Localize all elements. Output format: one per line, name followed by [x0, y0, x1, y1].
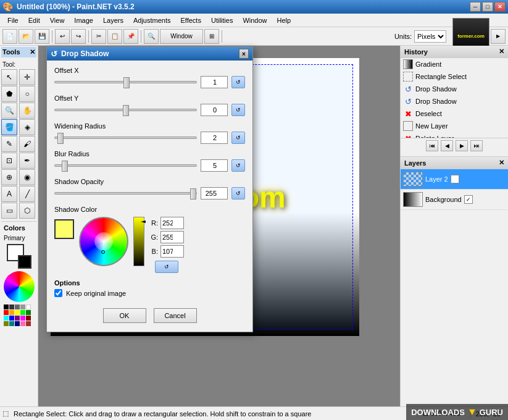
swatch-navy[interactable]	[15, 321, 20, 326]
r-input[interactable]	[160, 217, 184, 229]
swatch-maroon[interactable]	[26, 316, 31, 321]
swatch-blue[interactable]	[9, 316, 14, 321]
color-wheel[interactable]	[79, 217, 128, 266]
keep-original-checkbox[interactable]	[54, 289, 62, 297]
history-first[interactable]: ⏮	[426, 140, 438, 151]
history-item-delete-layer[interactable]: ✖ Delete Layer	[401, 132, 508, 138]
color-preview-box[interactable]	[54, 219, 74, 239]
history-next[interactable]: ▶	[456, 140, 468, 151]
swatch-teal[interactable]	[9, 321, 14, 326]
menu-layers[interactable]: Layers	[98, 15, 128, 25]
tool-recolor[interactable]: ◉	[19, 169, 35, 185]
menu-utilities[interactable]: Utilities	[206, 15, 238, 25]
toolbar-undo[interactable]: ↩	[55, 29, 70, 44]
tool-select-rectangle[interactable]: ↖	[1, 69, 17, 85]
history-item-gradient[interactable]: Gradient	[401, 58, 508, 70]
tool-shapes[interactable]: ▭	[1, 203, 17, 219]
swatch-green[interactable]	[26, 310, 31, 315]
swatch-red[interactable]	[4, 310, 9, 315]
swatch-brown[interactable]	[26, 321, 31, 326]
toolbar-scroll-right[interactable]: ▶	[491, 29, 506, 44]
layer-visible-bg[interactable]: ✓	[464, 195, 473, 204]
menu-edit[interactable]: Edit	[23, 15, 45, 25]
toolbar-paste[interactable]: 📌	[123, 29, 138, 44]
offset-y-slider[interactable]	[54, 104, 197, 116]
menu-effects[interactable]: Effects	[176, 15, 206, 25]
toolbar-save[interactable]: 💾	[35, 29, 49, 44]
tool-text[interactable]: A	[1, 186, 17, 202]
opacity-reset[interactable]: ↺	[231, 187, 245, 200]
units-select[interactable]: Pixels	[414, 30, 446, 43]
tool-ellipse-select[interactable]: ○	[19, 86, 35, 102]
layer-item-2[interactable]: Layer 2 ✓	[401, 169, 508, 190]
tool-clone[interactable]: ⊕	[1, 169, 17, 185]
history-close[interactable]: ✕	[499, 48, 504, 56]
tool-eraser[interactable]: ⊡	[1, 153, 17, 169]
offset-x-slider[interactable]	[54, 77, 197, 88]
toolbar-cut[interactable]: ✂	[91, 29, 106, 44]
swatch-pink[interactable]	[20, 321, 25, 326]
layer-item-bg[interactable]: Background ✓	[401, 190, 508, 210]
menu-window[interactable]: Window	[238, 15, 272, 25]
swatch-purple[interactable]	[15, 316, 20, 321]
tool-gradient[interactable]: ◈	[19, 119, 35, 135]
toolbox-close[interactable]: ✕	[30, 48, 35, 56]
cancel-button[interactable]: Cancel	[154, 308, 197, 323]
offset-x-reset[interactable]: ↺	[231, 76, 245, 88]
blur-input[interactable]	[201, 159, 228, 172]
tool-color-picker[interactable]: ✒	[19, 153, 35, 169]
tool-lasso[interactable]: ⬟	[1, 86, 17, 102]
layer-visible-2[interactable]: ✓	[451, 175, 459, 183]
toolbar-window-dropdown[interactable]: Window	[160, 29, 203, 44]
color-wheel-small[interactable]	[4, 271, 35, 302]
b-input[interactable]	[160, 245, 184, 258]
swatch-lightgray[interactable]	[20, 304, 25, 309]
history-item-drop1[interactable]: ↺ Drop Shadow	[401, 83, 508, 95]
swatch-gray[interactable]	[15, 304, 20, 309]
toolbar-new[interactable]: 📄	[2, 29, 17, 44]
ok-button[interactable]: OK	[103, 308, 146, 323]
swatch-yellow[interactable]	[15, 310, 20, 315]
minimize-button[interactable]: ─	[470, 2, 481, 12]
dialog-close-button[interactable]: ×	[239, 49, 249, 59]
g-input[interactable]	[160, 231, 184, 243]
toolbar-zoom-out[interactable]: 🔍	[144, 29, 159, 44]
blur-reset[interactable]: ↺	[231, 159, 245, 172]
tool-move[interactable]: ✛	[19, 69, 35, 85]
menu-adjustments[interactable]: Adjustments	[128, 15, 176, 25]
maximize-button[interactable]: □	[482, 2, 493, 12]
history-item-deselect[interactable]: ✖ Deselect	[401, 107, 508, 120]
secondary-color[interactable]	[18, 255, 31, 269]
menu-view[interactable]: View	[45, 15, 70, 25]
toolbar-open[interactable]: 📂	[19, 29, 33, 44]
history-prev[interactable]: ◀	[441, 140, 453, 151]
tool-shapes2[interactable]: ⬡	[19, 203, 35, 219]
history-last[interactable]: ⏭	[470, 140, 483, 151]
gradient-strip[interactable]	[133, 217, 144, 266]
tool-paint-bucket[interactable]: 🪣	[1, 119, 17, 135]
history-item-rect-select[interactable]: Rectangle Select	[401, 70, 508, 83]
swatch-darkgray[interactable]	[9, 304, 14, 309]
menu-image[interactable]: Image	[69, 15, 98, 25]
tool-pan[interactable]: ✋	[19, 103, 35, 119]
color-reset[interactable]: ↺	[155, 261, 178, 273]
opacity-input[interactable]	[201, 187, 228, 200]
swatch-lime[interactable]	[20, 310, 25, 315]
history-item-new-layer[interactable]: New Layer	[401, 120, 508, 132]
widening-input[interactable]	[201, 132, 228, 144]
toolbar-copy[interactable]: 📋	[107, 29, 122, 44]
layers-close[interactable]: ✕	[499, 159, 504, 167]
history-item-drop2[interactable]: ↺ Drop Shadow	[401, 95, 508, 107]
tool-pencil[interactable]: ✎	[1, 136, 17, 152]
menu-file[interactable]: File	[2, 15, 23, 25]
swatch-orange[interactable]	[9, 310, 14, 315]
swatch-magenta[interactable]	[20, 316, 25, 321]
offset-y-input[interactable]	[201, 104, 228, 116]
tool-brush[interactable]: 🖌	[19, 136, 35, 152]
swatch-cyan[interactable]	[4, 316, 9, 321]
swatch-black[interactable]	[4, 304, 9, 309]
widening-slider[interactable]	[54, 132, 197, 143]
offset-y-reset[interactable]: ↺	[231, 104, 245, 116]
blur-slider[interactable]	[54, 160, 197, 171]
menu-help[interactable]: Help	[272, 15, 296, 25]
